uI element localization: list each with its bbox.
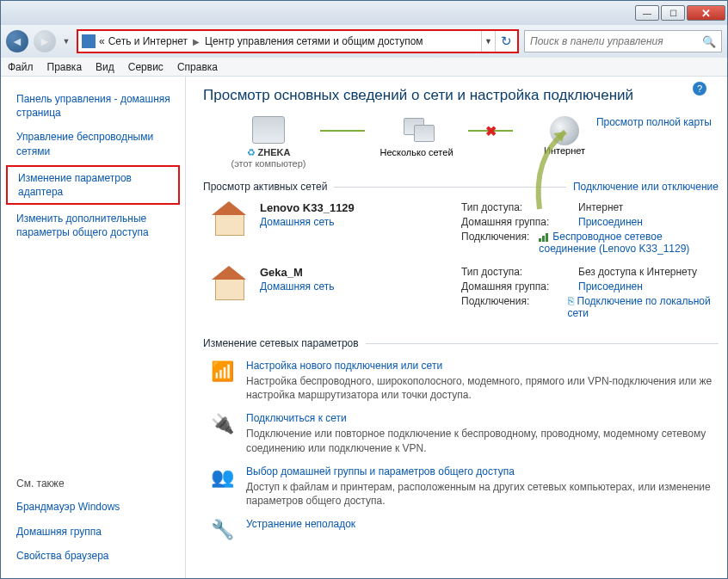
net1-connection[interactable]: Беспроводное сетевое соединение (Lenovo … [539,231,719,255]
change-item-homegroup[interactable]: 👥 Выбор домашней группы и параметров общ… [210,465,719,508]
connect-disconnect-link[interactable]: Подключение или отключение [573,181,719,193]
pc-sub: (этот компьютер) [217,158,320,169]
active-networks-head: Просмотр активных сетей Подключение или … [203,181,719,193]
address-dropdown[interactable]: ▼ [481,31,495,52]
sidebar-sharing[interactable]: Изменить дополнительные параметры общего… [1,206,185,244]
menu-view[interactable]: Вид [96,61,114,73]
c3-desc: Доступ к файлам и принтерам, расположенн… [246,480,719,508]
node-networks[interactable]: Несколько сетей [365,116,468,157]
control-panel-icon [82,34,96,48]
change-head-text: Изменение сетевых параметров [203,337,359,349]
homegroup-icon: 👥 [210,465,234,490]
broken-line: ✖ [468,130,513,132]
maximize-button[interactable]: ☐ [661,5,685,21]
help-icon[interactable]: ? [693,82,706,95]
change-item-new-connection[interactable]: 📶 Настройка нового подключения или сети … [210,360,719,402]
c2-desc: Подключение или повторное подключение к … [246,427,719,454]
search-input[interactable] [530,35,697,47]
label-homegroup: Домашняя группа: [461,216,573,228]
close-button[interactable]: ✕ [687,5,725,21]
chevron-right-icon: ▶ [191,37,201,46]
connect-icon: 🔌 [210,412,234,436]
breadcrumb[interactable]: « Сеть и Интернет ▶ Центр управления сет… [78,34,481,48]
change-item-connect[interactable]: 🔌 Подключиться к сети Подключение или по… [210,412,719,454]
new-connection-icon: 📶 [210,360,234,384]
menu-file[interactable]: Файл [8,61,34,73]
network-map: Просмотр полной карты ♻ ZHEKA (этот комп… [217,116,719,169]
x-icon: ✖ [485,123,497,139]
troubleshoot-icon: 🔧 [210,518,234,542]
sidebar-seealso-head: См. также [1,472,185,495]
label-conn: Подключения: [461,231,534,255]
net2-type[interactable]: Домашняя сеть [260,280,449,293]
menubar: Файл Правка Вид Сервис Справка [1,58,727,77]
networks-icon [400,116,433,144]
change-item-troubleshoot[interactable]: 🔧 Устранение неполадок [210,518,719,542]
net1-name: Lenovo K33_1129 [260,201,449,214]
computer-icon [252,116,285,144]
multi-label: Несколько сетей [365,147,468,157]
net2-connection[interactable]: ⎘Подключение по локальной сети [568,295,719,319]
search-icon: 🔍 [702,35,716,48]
net2-name: Geka_M [260,266,449,279]
titlebar: — ☐ ✕ [1,1,727,25]
menu-tools[interactable]: Сервис [128,61,163,73]
plug-icon: ⎘ [568,295,574,307]
back-button[interactable]: ◄ [6,30,28,52]
label-access: Тип доступа: [461,201,573,213]
globe-icon [550,116,579,145]
breadcrumb-level2[interactable]: Центр управления сетями и общим доступом [205,35,423,47]
sidebar-wireless[interactable]: Управление беспроводными сетями [1,125,185,163]
page-title: Просмотр основных сведений о сети и наст… [203,87,719,104]
breadcrumb-level1[interactable]: Сеть и Интернет [108,35,188,47]
change-settings-head: Изменение сетевых параметров [203,337,719,349]
active-head-text: Просмотр активных сетей [203,181,327,193]
c3-title[interactable]: Выбор домашней группы и параметров общег… [246,465,719,477]
sidebar-home[interactable]: Панель управления - домашняя страница [1,87,185,125]
forward-button[interactable]: ► [34,30,56,52]
breadcrumb-prev: « [99,35,105,47]
main-content: ? Просмотр основных сведений о сети и на… [186,77,727,578]
net1-access: Интернет [578,201,623,213]
sidebar-browser[interactable]: Свойства браузера [1,544,185,568]
home-icon [210,201,248,236]
sidebar-firewall[interactable]: Брандмауэр Windows [1,495,185,519]
c4-title[interactable]: Устранение неполадок [246,518,355,530]
address-bar[interactable]: « Сеть и Интернет ▶ Центр управления сет… [77,29,519,53]
home-icon [210,266,248,300]
network-entry-2: Geka_M Домашняя сеть Тип доступа:Без дос… [210,266,719,322]
sidebar: Панель управления - домашняя страница Уп… [1,77,186,578]
net1-homegroup[interactable]: Присоединен [578,216,643,228]
history-dropdown[interactable]: ▼ [61,30,71,52]
node-this-pc[interactable]: ♻ ZHEKA (этот компьютер) [217,116,320,169]
net1-type[interactable]: Домашняя сеть [260,216,449,228]
refresh-button[interactable]: ↻ [495,31,517,52]
c1-desc: Настройка беспроводного, широкополосного… [246,374,719,402]
c2-title[interactable]: Подключиться к сети [246,412,719,424]
c1-title[interactable]: Настройка нового подключения или сети [246,360,719,372]
full-map-link[interactable]: Просмотр полной карты [596,116,712,128]
net2-homegroup[interactable]: Присоединен [578,280,643,293]
menu-help[interactable]: Справка [177,61,218,73]
network-entry-1: Lenovo K33_1129 Домашняя сеть Тип доступ… [210,201,719,257]
signal-icon [539,233,549,242]
minimize-button[interactable]: — [635,5,659,21]
navbar: ◄ ► ▼ « Сеть и Интернет ▶ Центр управлен… [1,25,727,58]
internet-label: Интернет [513,145,616,156]
menu-edit[interactable]: Правка [47,61,83,73]
connection-line [320,130,365,132]
sidebar-homegroup[interactable]: Домашняя группа [1,520,185,544]
sidebar-adapter-settings[interactable]: Изменение параметров адаптера [6,165,180,205]
net2-access: Без доступа к Интернету [578,266,697,278]
pc-name: ZHEKA [258,147,291,157]
search-box[interactable]: 🔍 [524,30,722,52]
